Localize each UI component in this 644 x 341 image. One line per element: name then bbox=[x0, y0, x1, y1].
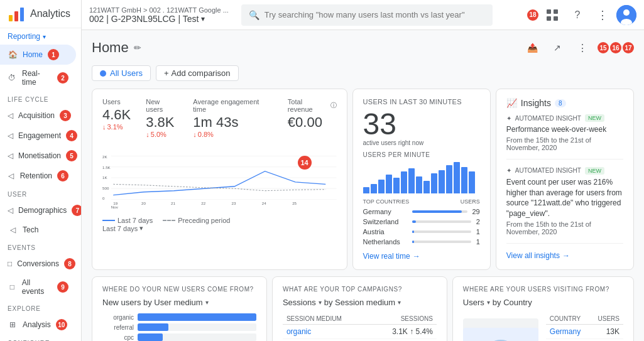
table-row: email 992 ↓ 21.1% bbox=[283, 339, 437, 342]
sidebar-item-retention[interactable]: ◁ Retention 6 bbox=[0, 166, 76, 186]
sidebar-item-label: Retention bbox=[20, 171, 52, 180]
sidebar-item-label: Analysis bbox=[23, 320, 51, 329]
reporting-button[interactable]: Reporting ▾ bbox=[0, 28, 81, 45]
metric-row: Users 4.6K ↓ 3.1% New users 3.8K ↓ 5.0% bbox=[102, 98, 337, 138]
header-16-button[interactable]: ↗ bbox=[547, 38, 567, 58]
search-icon: 🔍 bbox=[249, 10, 259, 20]
search-input[interactable] bbox=[265, 10, 485, 19]
rt-bar-item bbox=[416, 176, 422, 194]
info-icon: ⓘ bbox=[330, 101, 337, 110]
new-users-chart-title[interactable]: New users by User medium ▾ bbox=[102, 298, 256, 307]
more-button[interactable]: ⋮ bbox=[591, 4, 614, 26]
country-name: Germany bbox=[363, 208, 407, 215]
main-metrics-card: Users 4.6K ↓ 3.1% New users 3.8K ↓ 5.0% bbox=[92, 89, 347, 270]
bar-fill bbox=[138, 323, 168, 331]
country-cell[interactable]: Germany bbox=[546, 325, 594, 339]
horizontal-bar-chart: organic referral cpc bbox=[102, 313, 256, 341]
campaigns-chart-title[interactable]: Sessions ▾ by Session medium ▾ bbox=[283, 298, 437, 307]
property-selector[interactable]: 002 | G-2P3NL95LCG | Test ▾ bbox=[89, 14, 229, 24]
property-name: 002 | G-2P3NL95LCG | Test bbox=[89, 14, 199, 24]
apps-icon bbox=[546, 9, 559, 21]
chevron-down-icon: ▾ bbox=[43, 33, 46, 40]
svg-text:0: 0 bbox=[102, 196, 105, 200]
notification-count[interactable]: 18 bbox=[527, 9, 538, 21]
sidebar-item-acquisition[interactable]: ◁ Acquisition 3 bbox=[0, 106, 76, 126]
content: Home ✏ 📤 ↗ ⋮ 15 16 17 bbox=[82, 30, 644, 341]
clock-icon: ⏱ bbox=[8, 73, 17, 83]
svg-rect-2 bbox=[20, 8, 24, 21]
users-label: Users bbox=[463, 298, 484, 307]
rt-bar-item bbox=[386, 175, 392, 193]
reporting-label: Reporting bbox=[8, 32, 40, 41]
sidebar-item-label: All events bbox=[22, 278, 52, 296]
view-realtime-link[interactable]: View real time → bbox=[363, 252, 480, 261]
sidebar-item-label: Demographics bbox=[18, 206, 67, 215]
svg-text:25: 25 bbox=[292, 201, 297, 205]
sidebar-item-all-events[interactable]: □ All events 9 bbox=[0, 274, 76, 300]
sidebar-item-label: Home bbox=[23, 50, 43, 59]
search-box[interactable]: 🔍 bbox=[241, 4, 493, 26]
badge-16: 16 bbox=[610, 42, 621, 53]
engagement-change-val: 0.8% bbox=[198, 131, 214, 138]
engagement-change: ↓ 0.8% bbox=[193, 131, 273, 138]
automated-insight-icon: ✦ bbox=[506, 167, 511, 174]
insight-type-1: ✦ AUTOMATED INSIGHT New bbox=[506, 114, 623, 122]
medium-cell[interactable]: organic bbox=[283, 325, 369, 339]
geo-table: COUNTRY USERS Germany 13K Aust bbox=[546, 313, 623, 341]
sidebar-item-conversions[interactable]: □ Conversions 8 bbox=[0, 254, 76, 274]
svg-rect-0 bbox=[9, 15, 13, 21]
insight-type-label: AUTOMATED INSIGHT bbox=[515, 167, 581, 174]
header-17-button[interactable]: ⋮ bbox=[572, 38, 592, 58]
sidebar-item-monetisation[interactable]: ◁ Monetisation 5 bbox=[0, 146, 76, 166]
sidebar-badge-home: 1 bbox=[48, 49, 59, 60]
line-chart: 2K 1.5K 1K 500 0 bbox=[102, 143, 337, 212]
sidebar-item-engagement[interactable]: ◁ Engagement 4 bbox=[0, 126, 76, 146]
header-15-button[interactable]: 📤 bbox=[522, 38, 542, 58]
solid-line-icon bbox=[102, 220, 115, 221]
geo-content: COUNTRY USERS Germany 13K Aust bbox=[463, 313, 623, 341]
sidebar-item-tech[interactable]: ◁ Tech bbox=[0, 220, 76, 239]
country-name: Switzerland bbox=[363, 218, 407, 225]
sidebar-badge: 5 bbox=[66, 150, 77, 161]
svg-text:Nov: Nov bbox=[111, 205, 119, 209]
sidebar-item-realtime[interactable]: ⏱ Real-time 2 bbox=[0, 65, 76, 91]
users-change: ↓ 3.1% bbox=[102, 123, 131, 131]
chevron-down-icon: ▾ bbox=[201, 14, 205, 23]
cards-row: Users 4.6K ↓ 3.1% New users 3.8K ↓ 5.0% bbox=[92, 89, 634, 270]
medium-cell[interactable]: email bbox=[283, 339, 369, 342]
add-comparison-button[interactable]: + Add comparison bbox=[156, 65, 239, 81]
realtime-card: USERS IN LAST 30 MINUTES 33 active users… bbox=[352, 89, 491, 270]
insights-count-badge: 8 bbox=[555, 99, 566, 107]
svg-rect-1 bbox=[14, 11, 18, 21]
edit-icon[interactable]: ✏ bbox=[134, 43, 141, 53]
engagement-icon: ◁ bbox=[8, 131, 13, 141]
sidebar-item-demographics[interactable]: ◁ Demographics 7 bbox=[0, 200, 76, 220]
filter-icon bbox=[100, 70, 106, 77]
geo-chart-title[interactable]: Users ▾ by Country bbox=[463, 298, 623, 307]
date-range-selector[interactable]: Last 7 days ▾ bbox=[102, 224, 337, 232]
table-row: organic 3.1K ↑ 5.4% bbox=[283, 325, 437, 339]
view-all-insights-link[interactable]: View all insights → bbox=[506, 251, 623, 260]
chevron-down-icon: ▾ bbox=[205, 299, 209, 306]
svg-rect-6 bbox=[554, 16, 558, 21]
geo-table-wrap: COUNTRY USERS Germany 13K Aust bbox=[546, 313, 623, 341]
sidebar-item-label: Monetisation bbox=[18, 151, 61, 160]
new-users-label: New users bbox=[146, 98, 178, 113]
world-map bbox=[463, 318, 538, 341]
sidebar-item-analysis[interactable]: ⊞ Analysis 10 bbox=[0, 315, 76, 335]
sidebar-item-home[interactable]: 🏠 Home 1 bbox=[0, 45, 76, 65]
apps-button[interactable] bbox=[541, 4, 564, 26]
page-header-actions: 📤 ↗ ⋮ 15 16 17 bbox=[522, 38, 634, 58]
avatar[interactable] bbox=[616, 5, 636, 25]
all-users-filter[interactable]: All Users bbox=[92, 65, 151, 81]
realtime-label: active users right now bbox=[363, 139, 480, 146]
user-avatar-icon bbox=[616, 5, 636, 25]
help-button[interactable]: ? bbox=[566, 4, 589, 26]
sidebar-badge: 10 bbox=[56, 319, 67, 330]
bar-label: referral bbox=[102, 324, 134, 331]
users-col-header: USERS bbox=[594, 313, 623, 325]
country-value: 2 bbox=[476, 218, 480, 225]
country-cell[interactable]: Austria bbox=[546, 339, 594, 342]
insights-icon: 📈 bbox=[506, 98, 517, 108]
insight-subtext-1: From the 15th to the 21st of November, 2… bbox=[506, 136, 623, 151]
